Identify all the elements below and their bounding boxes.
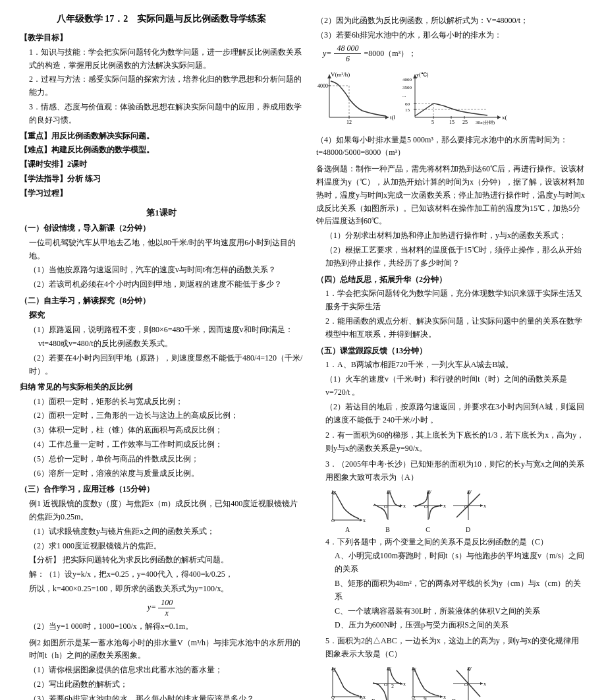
list4: （4）工作总量一定时，工作效率与工作时间成反比例； xyxy=(20,438,303,452)
svg-text:2: 2 xyxy=(360,697,363,700)
ex4-A: A、小明完成100m赛跑时，时间t（s）与他跑步的平均速度v（m/s）之间的关系 xyxy=(316,550,586,576)
svg-marker-2 xyxy=(385,115,389,119)
sol1: 解：（1）设y=k/x，把x=0.25，y=400代入，得400=k/0.25， xyxy=(20,568,303,581)
ex5-graphs: x y O 2 A x y xyxy=(329,664,586,700)
goal1: 1．知识与技能：学会把实际问题转化为数学问题，进一步理解反比例函数关系式的构造，… xyxy=(20,46,303,73)
goal2: 2．过程与方法：感受实际问题的探索方法，培养化归的数学思想和分析问题的能力。 xyxy=(20,73,303,100)
svg-text:O: O xyxy=(384,504,387,510)
graph-C: x y O C xyxy=(410,487,446,533)
svg-text:3500: 3500 xyxy=(402,85,412,90)
svg-marker-14 xyxy=(497,115,501,119)
svg-text:y: y xyxy=(469,488,472,494)
ex1-q1: （1）火车的速度v（千米/时）和行驶的时间t（时）之间的函数关系是 v=720/… xyxy=(316,373,586,399)
p3-text: （3）若要6h排完水池中的水，那么每小时的排水为： xyxy=(316,29,586,42)
temp-chart-svg: 4000 3500 ... x(h) y(℃) 60 15 5 15 25 30… xyxy=(402,68,507,127)
v-t-graph: t(h) V(m³/h) 4000 12 xyxy=(316,68,395,130)
q2: （2）若该司机必须在4个小时内回到甲地，则返程的速度不能低于多少？ xyxy=(20,278,303,291)
svg-text:O: O xyxy=(424,504,427,510)
bq1: （1）分别求出材料加热和停止加热进行操作时，y与x的函数关系式； xyxy=(316,229,586,243)
svg-text:O: O xyxy=(331,518,335,523)
summary2: 2．能用函数的观点分析、解决实际问题，让实际问题中的量的关系在数学模型中相互联系… xyxy=(316,315,586,341)
ex5-graph-C: x y O 4 C xyxy=(410,664,446,700)
part3-title: （三）合作学习，应用迁移（15分钟） xyxy=(20,483,303,496)
prob1-q2: （2）求1 000度近视眼镜镜片的焦距。 xyxy=(20,540,303,553)
svg-text:5: 5 xyxy=(431,119,434,125)
part1-text: 一位司机驾驶汽车从甲地去乙地，他以80千米/时的平均速度用6小时到达目的地。 xyxy=(20,237,303,263)
svg-text:60: 60 xyxy=(405,102,410,107)
part2-title: （二）自主学习，解读探究（8分钟） xyxy=(20,295,303,308)
svg-text:t(h): t(h) xyxy=(390,114,395,121)
ex1-intro: 1．A、B两城市相距720千米，一列火车从A城去B城。 xyxy=(316,359,586,372)
part4-title: （四）总结反思，拓展升华（2分钟） xyxy=(316,274,586,287)
ex4-B: B、矩形的面积为48m²，它的两条对平线的长为y（cm）与x（cm）的关系 xyxy=(316,577,586,604)
sol2: （2）当y=1 000时，1000=100/x，解得x=0.1m。 xyxy=(20,620,303,633)
graph-A: x y O A xyxy=(329,487,366,533)
key-point: 【重点】用反比例函数解决实际问题。 xyxy=(20,130,303,143)
svg-text:x: x xyxy=(363,694,366,700)
svg-text:4: 4 xyxy=(424,697,427,700)
formula-display: y= 100 x xyxy=(20,598,303,618)
ex5-graph-A: x y O 2 A xyxy=(329,664,366,700)
svg-text:15: 15 xyxy=(405,107,410,113)
ex4-D: D、压力为600N时，压强p与受力面积S之间的关系 xyxy=(316,619,586,632)
explore1-formula: vt=480或v=480/t的反比例函数关系式。 xyxy=(20,337,303,351)
svg-text:2: 2 xyxy=(391,684,394,689)
part5-title: （五）课堂跟踪反馈（13分钟） xyxy=(316,345,586,358)
section-title: 第1课时 xyxy=(20,206,303,219)
bq2: （2）根据工艺要求，当材料的温度低于15℃时，须停止操作，那么从开始加热到停止操… xyxy=(316,244,586,270)
backup-label: 备选例题：制作一种产品，需先将材料加热到达60℃后，再进行操作。设该材料温度为y… xyxy=(316,163,586,228)
svg-text:x: x xyxy=(483,681,486,687)
graphs-row: t(h) V(m³/h) 4000 12 xyxy=(316,68,586,130)
right-column: （2）因为此函数为反比例函数，所以解析式为：V=48000/t； （3）若要6h… xyxy=(316,13,586,700)
ex2: 2．有一面积为60的梯形，其上底长为下底长的1/3，若下底长为x，高为y，则y与… xyxy=(316,429,586,455)
ex4-intro: 4．下列各题中，两个变量之间的关系不是反比例函数的是（C） xyxy=(316,536,586,549)
svg-text:15: 15 xyxy=(449,119,454,125)
p4-text: （4）如果每小时排水量是5 000m³，那么要排完水池中的水所需时间为：t=48… xyxy=(316,134,586,160)
list5: （5）总价一定时，单价与商品的件数成反比例； xyxy=(20,453,303,466)
svg-text:x: x xyxy=(443,694,446,700)
analysis-label: 【分析】 把实际问题转化为求反比例函数的解析式问题。 xyxy=(20,554,303,567)
time-arrange: 【课时安排】2课时 xyxy=(20,158,303,171)
svg-marker-96 xyxy=(480,682,483,685)
ex5-intro: 5．面积为2的△ABC，一边长为x，这边上的高为y，则y与x的变化规律用图象表示… xyxy=(316,635,586,661)
svg-text:12: 12 xyxy=(346,119,352,125)
prob2-q3: （3）若要6h排完水池中的水，那么每小时的排水量应该是多少？ xyxy=(20,693,303,700)
main-title: 八年级数学 17．2 实际问题与反比例函数导学练案 xyxy=(20,13,303,25)
svg-text:y: y xyxy=(429,488,431,494)
induction-label: 归纳 常见的与实际相关的反比例 xyxy=(20,381,303,394)
svg-text:4000: 4000 xyxy=(402,77,412,82)
svg-marker-38 xyxy=(360,519,362,521)
svg-text:x(h): x(h) xyxy=(502,114,507,121)
explore-label: 探究 xyxy=(20,309,303,322)
svg-text:25: 25 xyxy=(462,119,468,125)
list3: （3）体积一定时，柱（锥）体的底面积与高成反比例； xyxy=(20,424,303,437)
graph-D: x y O D xyxy=(450,487,486,533)
svg-text:O: O xyxy=(384,682,387,687)
svg-text:y: y xyxy=(469,665,472,671)
method-label: 【学法指导】分析 练习 xyxy=(20,173,303,186)
svg-marker-59 xyxy=(480,504,483,507)
sol1b: 所以，k=400×0.25=100，即所求的函数关系式为y=100/x。 xyxy=(20,583,303,596)
part1-title: （一）创设情境，导入新课（2分钟） xyxy=(20,222,303,235)
svg-text:x: x xyxy=(363,517,366,523)
list2: （2）面积一定时，三角形的一边长与这边上的高成反比例； xyxy=(20,409,303,423)
list6: （6）溶所一定时，溶液的浓度与质量成反比例。 xyxy=(20,467,303,481)
ex3-graphs: x y O A x y O xyxy=(329,487,586,533)
prob2-q1: （1）请你根据图象提供的信息求出此蓄水池的蓄水量； xyxy=(20,664,303,677)
explore1: （1）原路返回，说明路程不变，则80×6=480千米，因而速度v和时间t满足： xyxy=(20,324,303,337)
summary1: 1．学会把实际问题转化为数学问题，充分体现数学知识来源于实际生活又服务于实际生活 xyxy=(316,287,586,314)
prob2-q2: （2）写出此函数的解析式； xyxy=(20,678,303,691)
ex1-q2: （2）若达目的地后，按原路匀速返回，并要求在3小时内回到A城，则返回的速度不能低… xyxy=(316,401,586,427)
svg-text:...: ... xyxy=(402,93,406,98)
list1: （1）面积一定时，矩形的长与宽成反比例； xyxy=(20,395,303,409)
vt-chart-svg: t(h) V(m³/h) 4000 12 xyxy=(316,68,395,127)
left-column: 八年级数学 17．2 实际问题与反比例函数导学练案 【教学目标】 1．知识与技能… xyxy=(20,13,303,700)
svg-text:y(℃): y(℃) xyxy=(416,72,429,78)
temp-graph: 4000 3500 ... x(h) y(℃) 60 15 5 15 25 30… xyxy=(402,68,507,130)
svg-text:x: x xyxy=(403,681,406,687)
p2-text1: （2）因为此函数为反比例函数，所以解析式为：V=48000/t； xyxy=(316,15,586,28)
ex4-C: C、一个玻璃容器装有30L时，所装液体的体积V之间的关系 xyxy=(316,605,586,618)
svg-text:4000: 4000 xyxy=(317,83,328,89)
page-container: 八年级数学 17．2 实际问题与反比例函数导学练案 【教学目标】 1．知识与技能… xyxy=(20,13,586,700)
q1: （1）当他按原路匀速返回时，汽车的速度v与时间t有怎样的函数关系？ xyxy=(20,264,303,277)
